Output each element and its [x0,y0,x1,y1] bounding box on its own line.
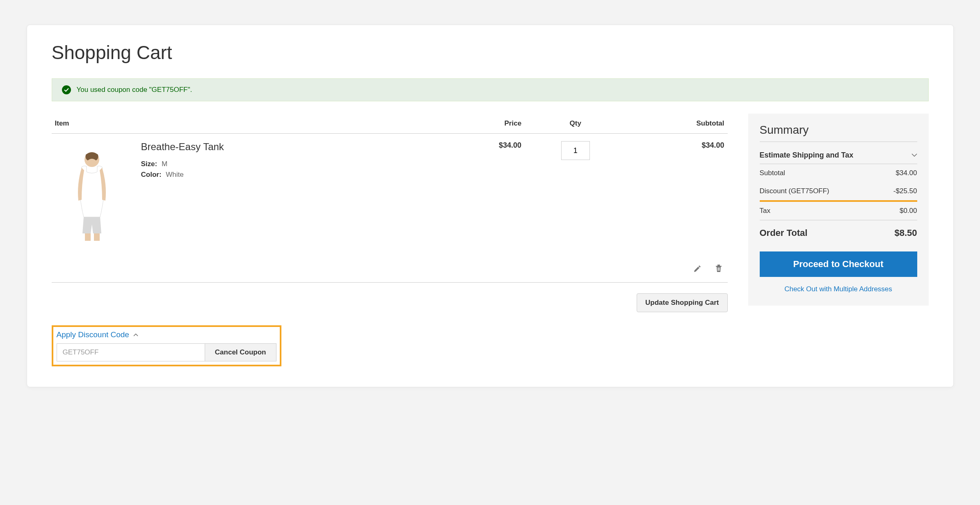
summary-tax-row: Tax $0.00 [760,202,917,220]
edit-item-icon[interactable] [692,263,703,274]
summary-panel: Summary Estimate Shipping and Tax Subtot… [748,114,929,306]
cart-row: Breathe-Easy Tank Size: M Color: White [52,134,728,256]
color-label: Color: [141,171,162,178]
delete-item-icon[interactable] [713,263,724,274]
col-header-qty: Qty [525,114,626,134]
estimate-shipping-toggle[interactable]: Estimate Shipping and Tax [760,147,917,164]
success-alert: You used coupon code "GET75OFF". [52,78,929,101]
estimate-shipping-label: Estimate Shipping and Tax [760,151,854,160]
update-cart-button[interactable]: Update Shopping Cart [637,293,727,312]
summary-subtotal-value: $34.00 [896,169,917,177]
size-value: M [162,160,167,168]
summary-subtotal-row: Subtotal $34.00 [760,164,917,182]
summary-total-row: Order Total $8.50 [760,220,917,243]
summary-tax-value: $0.00 [900,207,917,215]
summary-tax-label: Tax [760,207,770,215]
color-value: White [166,171,183,178]
col-header-item: Item [52,114,423,134]
item-subtotal: $34.00 [626,134,727,256]
svg-rect-6 [719,267,720,271]
size-label: Size: [141,160,158,168]
col-header-subtotal: Subtotal [626,114,727,134]
cart-table: Item Price Qty Subtotal [52,114,728,283]
product-image [55,141,129,248]
svg-rect-3 [94,233,100,241]
shopping-cart-card: Shopping Cart You used coupon code "GET7… [27,25,954,387]
apply-discount-toggle[interactable]: Apply Discount Code [57,329,276,343]
page-title: Shopping Cart [52,41,929,64]
col-header-price: Price [423,114,525,134]
qty-input[interactable] [561,141,590,160]
summary-title: Summary [760,123,917,142]
cart-items-column: Item Price Qty Subtotal [52,114,728,366]
summary-subtotal-label: Subtotal [760,169,785,177]
alert-message: You used coupon code "GET75OFF". [77,86,192,94]
cancel-coupon-button[interactable]: Cancel Coupon [205,343,276,361]
svg-rect-5 [718,267,719,271]
summary-discount-value: -$25.50 [893,187,917,195]
summary-discount-label: Discount (GET75OFF) [760,187,829,195]
summary-discount-row: Discount (GET75OFF) -$25.50 [760,182,917,202]
apply-discount-label: Apply Discount Code [57,330,129,339]
check-circle-icon [62,85,71,94]
item-price: $34.00 [423,134,525,256]
svg-rect-4 [717,267,718,271]
chevron-down-icon [911,153,917,157]
multi-address-checkout-link[interactable]: Check Out with Multiple Addresses [760,285,917,293]
summary-total-value: $8.50 [894,228,917,238]
product-name: Breathe-Easy Tank [141,141,224,153]
proceed-to-checkout-button[interactable]: Proceed to Checkout [760,251,917,277]
discount-code-input[interactable] [57,343,205,361]
apply-discount-block: Apply Discount Code Cancel Coupon [52,325,281,366]
chevron-up-icon [133,333,138,336]
summary-total-label: Order Total [760,228,808,238]
svg-rect-2 [85,233,91,241]
